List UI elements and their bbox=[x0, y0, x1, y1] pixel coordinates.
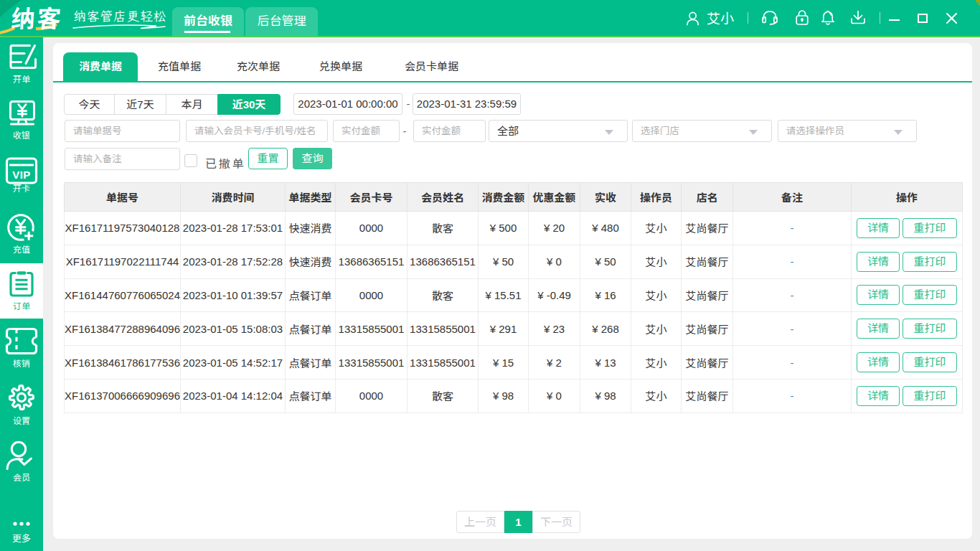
svg-text:VIP: VIP bbox=[12, 169, 31, 181]
